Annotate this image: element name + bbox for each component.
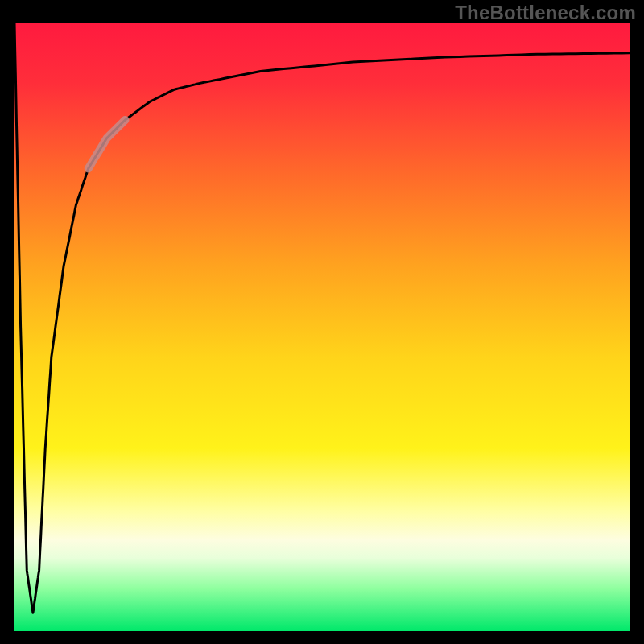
chart-frame: TheBottleneck.com [0, 0, 644, 644]
plot-area [14, 23, 630, 631]
gradient-background [14, 23, 630, 631]
watermark-text: TheBottleneck.com [455, 2, 636, 24]
chart-svg [14, 23, 630, 631]
